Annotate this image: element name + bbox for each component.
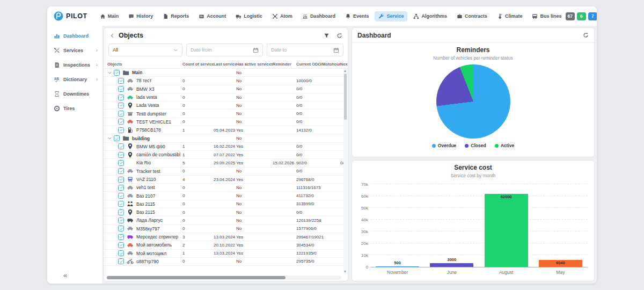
sidebar-item-dictionary[interactable]: ABDictionary› [47, 72, 102, 86]
object-row-veh1-test[interactable]: veh1 test0No111316/1673 [104, 184, 348, 192]
horizontal-scrollbar[interactable] [106, 276, 341, 280]
row-checkbox[interactable] [118, 143, 124, 149]
object-row-ваз-2107[interactable]: Ваз 21070No411732/0 [104, 192, 348, 200]
object-row-vaz-2110[interactable]: VAZ 2110423.04.2024Yes296768/0 [104, 176, 348, 184]
object-row-bmw-m5-ф90[interactable]: BMW M5 ф90116.02.2024Yes0/0 [104, 143, 348, 151]
has-active-services: Yes [236, 128, 273, 133]
row-checkbox[interactable] [118, 168, 124, 174]
group-row-building[interactable]: buildingNo [104, 134, 348, 142]
row-checkbox[interactable] [118, 226, 124, 231]
row-checkbox[interactable] [118, 234, 124, 240]
group-filter-select[interactable]: All [108, 44, 182, 56]
calendar-icon[interactable] [333, 47, 339, 53]
brand-logo[interactable]: PILOT [54, 11, 87, 21]
dashboard-refresh-icon[interactable] [583, 32, 589, 38]
object-row-lada-vesta[interactable]: lada vesta0No0/0 [104, 93, 348, 102]
object-row-lada-vesta[interactable]: Lada Vesta0No0/0 [104, 102, 348, 110]
date-from-input[interactable] [191, 47, 251, 53]
nav-item-dashboard[interactable]: Dashboard [298, 11, 339, 21]
row-checkbox[interactable] [118, 193, 124, 199]
nav-item-contracts[interactable]: Contracts [453, 11, 491, 21]
expand-chevron-icon[interactable] [107, 136, 112, 141]
sidebar-item-services[interactable]: Services› [47, 43, 102, 57]
object-row-лада-ларгус[interactable]: Лада Ларгус0No120139/2258 [104, 216, 348, 224]
object-row-мерседес-спринтер[interactable]: Мерседес спринтер313.03.2024Yes299467/19… [104, 233, 348, 241]
row-checkbox[interactable] [118, 177, 124, 183]
current-odo: 0/0 [296, 210, 340, 215]
row-checkbox[interactable] [118, 185, 124, 191]
object-row-78-тест[interactable]: 78 тест0No10000/0 [104, 77, 348, 85]
nav-item-service[interactable]: Service [375, 11, 407, 21]
bar-june[interactable] [430, 263, 473, 267]
filter-funnel-icon[interactable] [324, 33, 330, 39]
vertical-scrollbar[interactable] [343, 69, 347, 274]
counter-badge[interactable]: 67 [566, 12, 575, 20]
back-chevron-icon[interactable] [109, 33, 115, 39]
row-checkbox[interactable] [118, 201, 124, 207]
objects-refresh-icon[interactable] [336, 33, 342, 39]
row-checkbox[interactable] [118, 218, 124, 223]
row-checkbox[interactable] [118, 209, 124, 215]
object-row-p758cb178[interactable]: P758CB178105.04.2023Yes14132/0 [104, 126, 348, 134]
object-row-cami-n-de-combustible[interactable]: camión de combustible107.07.2022Yes0/0 [104, 151, 348, 159]
sidebar-item-inspections[interactable]: Inspections› [47, 57, 102, 72]
nav-item-bus-lines[interactable]: Bus lines [528, 11, 565, 21]
object-row-ваз-2115[interactable]: Ваз 21150No0/0 [104, 208, 348, 216]
row-checkbox[interactable] [118, 258, 124, 264]
nav-item-account[interactable]: Account [195, 11, 230, 21]
object-row-testt-dumpster[interactable]: Testt dumpster0No0/0 [104, 110, 348, 118]
object-row-мой-автомобиль[interactable]: Мой автомобиль220.10.2022Yes304534/0 [104, 241, 348, 249]
legend-item-closed[interactable]: Closed [465, 143, 486, 148]
row-checkbox[interactable] [118, 160, 124, 166]
object-row-bmw-x3[interactable]: BMW X30No0/0 [104, 85, 348, 93]
object-row-ваз-2115[interactable]: Ваз 21150No313599/0 [104, 200, 348, 208]
sidebar-collapse-button[interactable]: « [63, 271, 67, 279]
row-checkbox[interactable] [118, 152, 124, 158]
row-checkbox[interactable] [118, 250, 124, 256]
row-checkbox[interactable] [118, 119, 124, 125]
nav-item-events[interactable]: Events [341, 11, 373, 21]
scroll-down-arrow[interactable] [344, 271, 346, 273]
scroll-up-arrow[interactable] [344, 70, 346, 72]
sidebar-item-downtimes[interactable]: Downtimes [47, 86, 102, 101]
calendar-icon[interactable] [253, 47, 259, 53]
nav-item-logistic[interactable]: Logistic [232, 11, 266, 21]
nav-item-main[interactable]: Main [96, 11, 123, 21]
y-axis-tick-label: 20k [356, 241, 368, 246]
row-checkbox[interactable] [118, 95, 124, 100]
row-checkbox[interactable] [118, 242, 124, 248]
car-icon [127, 192, 134, 199]
group-row-main[interactable]: MainNo [104, 69, 348, 77]
row-checkbox[interactable] [114, 70, 120, 76]
object-row-o887тр790[interactable]: o887тр7900No295735/0 [104, 258, 348, 266]
row-checkbox[interactable] [118, 111, 124, 117]
object-row-m358ку797[interactable]: M358ку7970No1577906/0 [104, 225, 348, 233]
nav-item-reports[interactable]: Reports [159, 11, 193, 21]
nav-item-algorithms[interactable]: Algorithms [409, 11, 451, 21]
row-checkbox[interactable] [114, 135, 120, 141]
row-checkbox[interactable] [118, 127, 124, 133]
row-checkbox[interactable] [118, 86, 124, 92]
counter-badge[interactable]: 6 [577, 12, 586, 20]
nav-item-atom[interactable]: Atom [268, 11, 296, 21]
sidebar-item-tires[interactable]: Tires [47, 101, 102, 115]
row-checkbox[interactable] [118, 103, 124, 108]
bar-november[interactable] [376, 266, 419, 267]
nav-item-history[interactable]: History [125, 11, 157, 21]
horizontal-scroll-thumb[interactable] [107, 276, 286, 279]
date-to-input[interactable] [271, 47, 331, 53]
legend-item-active[interactable]: Active [495, 143, 515, 148]
vertical-scroll-thumb[interactable] [344, 74, 347, 120]
object-row-kia-rio[interactable]: Kia Rio529.09.2025Yes15.02.2026902/00/0 [104, 159, 348, 167]
row-checkbox[interactable] [118, 78, 124, 84]
nav-item-climate[interactable]: Climate [493, 11, 526, 21]
object-row-tracker-test[interactable]: Tracker test0No0/0 [104, 168, 348, 176]
sidebar-item-dashboard[interactable]: Dashboard [47, 28, 102, 43]
bar-august[interactable] [485, 194, 528, 267]
object-row-test-vehicle1[interactable]: TEST VEHICLE10No0/0 [104, 118, 348, 126]
legend-item-overdue[interactable]: Overdue [432, 143, 457, 148]
counter-badge[interactable]: 7 [588, 12, 597, 20]
reminders-pie-chart[interactable] [436, 64, 510, 139]
object-row-мой-мотоцикл[interactable]: Мой мотоцикл113.03.2024Yes1221935/0 [104, 250, 348, 258]
expand-chevron-icon[interactable] [107, 70, 112, 75]
